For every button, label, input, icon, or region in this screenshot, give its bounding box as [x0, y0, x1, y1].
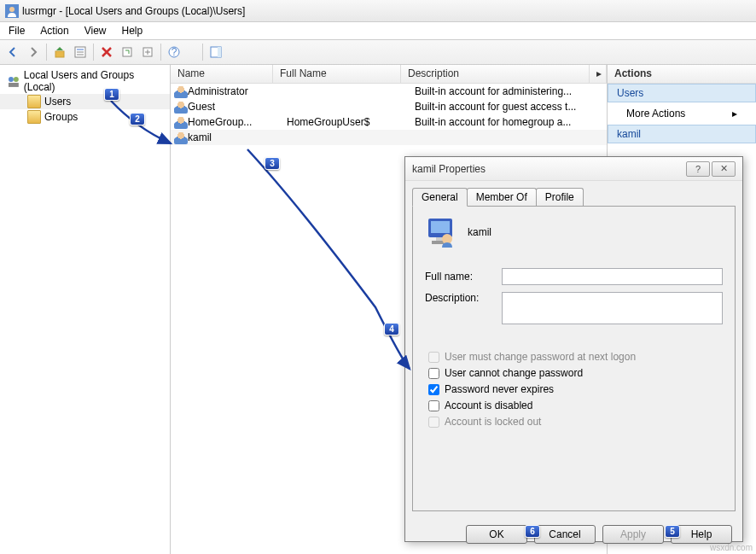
properties-button[interactable]: [71, 43, 90, 61]
cell-name: Guest: [188, 101, 287, 113]
tree-users[interactable]: Users: [0, 94, 170, 109]
svg-rect-2: [55, 51, 64, 57]
tree-root-label: Local Users and Groups (Local): [24, 69, 166, 93]
actions-more-users[interactable]: More Actions ▸: [608, 102, 756, 125]
cell-name: Administrator: [188, 85, 287, 97]
check-disabled[interactable]: Account is disabled: [428, 399, 723, 411]
check-locked: Account is locked out: [428, 416, 723, 428]
toolbar: ?: [0, 39, 756, 65]
tree-groups[interactable]: Groups: [0, 109, 170, 125]
menubar: File Action View Help: [0, 22, 756, 39]
dialog-help-icon[interactable]: ?: [686, 161, 710, 177]
tab-content-general: kamil Full name: Description: User must …: [412, 206, 736, 511]
svg-point-1: [9, 7, 15, 12]
user-icon: [174, 85, 188, 98]
col-overflow[interactable]: ▸: [590, 65, 607, 83]
cell-desc: Built-in account for guest access t...: [415, 101, 607, 113]
tab-general[interactable]: General: [412, 188, 468, 207]
description-field[interactable]: [502, 292, 723, 324]
menu-file[interactable]: File: [9, 25, 25, 37]
list-row[interactable]: AdministratorBuilt-in account for admini…: [171, 84, 607, 99]
properties-dialog: kamil Properties ? ✕ General Member Of P…: [404, 156, 743, 542]
list-row[interactable]: HomeGroup...HomeGroupUser$Built-in accou…: [171, 114, 607, 130]
back-button[interactable]: [3, 43, 22, 61]
watermark-site: wsxdn.com: [710, 543, 753, 552]
svg-text:?: ?: [172, 46, 177, 58]
svg-point-14: [14, 77, 19, 82]
description-label: Description:: [425, 292, 502, 304]
list-row[interactable]: GuestBuilt-in account for guest access t…: [171, 99, 607, 114]
group-mgr-icon: [7, 74, 20, 88]
fullname-label: Full name:: [425, 271, 502, 283]
list-header: Name Full Name Description ▸: [171, 65, 607, 84]
actions-section-kamil: kamil: [608, 125, 756, 143]
tree-root[interactable]: Local Users and Groups (Local): [0, 68, 170, 94]
col-name[interactable]: Name: [171, 65, 273, 83]
delete-button[interactable]: [97, 43, 116, 61]
dialog-button-row: OK Cancel Apply Help: [405, 518, 742, 551]
actions-section-users: Users: [608, 84, 756, 102]
user-icon: [174, 100, 188, 114]
col-description[interactable]: Description: [401, 65, 590, 83]
cell-name: kamil: [188, 131, 287, 143]
app-icon: [5, 4, 19, 18]
svg-point-13: [9, 77, 14, 82]
close-icon[interactable]: ✕: [712, 161, 736, 177]
check-must-change: User must change password at next logon: [428, 351, 723, 363]
menu-action[interactable]: Action: [40, 25, 68, 37]
help-button[interactable]: ?: [165, 43, 183, 61]
tab-strip: General Member Of Profile: [405, 181, 742, 206]
dialog-titlebar[interactable]: kamil Properties ? ✕: [405, 157, 742, 181]
svg-rect-17: [431, 221, 450, 233]
fullname-field[interactable]: [502, 268, 723, 285]
svg-rect-7: [123, 48, 131, 56]
cell-name: HomeGroup...: [188, 116, 287, 128]
svg-rect-15: [9, 83, 19, 87]
export-button[interactable]: [138, 43, 157, 61]
user-icon: [174, 131, 188, 144]
window-titlebar: lusrmgr - [Local Users and Groups (Local…: [0, 0, 756, 22]
svg-rect-12: [218, 47, 221, 57]
menu-help[interactable]: Help: [122, 25, 143, 37]
menu-view[interactable]: View: [84, 25, 107, 37]
user-icon: [425, 217, 456, 248]
folder-icon: [27, 110, 41, 124]
cancel-button[interactable]: Cancel: [534, 525, 596, 544]
folder-icon: [27, 95, 41, 108]
cell-desc: Built-in account for homegroup a...: [415, 116, 607, 128]
ok-button[interactable]: OK: [466, 525, 527, 544]
tab-profile[interactable]: Profile: [536, 188, 584, 206]
actions-header: Actions: [608, 65, 756, 84]
tree-users-label: Users: [44, 96, 71, 108]
cell-fullname: HomeGroupUser$: [287, 116, 415, 128]
user-icon: [174, 115, 188, 129]
actions-toggle-button[interactable]: [206, 43, 225, 61]
apply-button[interactable]: Apply: [602, 525, 664, 544]
check-never-expires[interactable]: Password never expires: [428, 383, 723, 395]
help-button[interactable]: Help: [671, 525, 732, 544]
list-row[interactable]: kamil: [171, 130, 607, 145]
check-cannot-change[interactable]: User cannot change password: [428, 367, 723, 379]
dialog-username: kamil: [468, 226, 491, 238]
col-fullname[interactable]: Full Name: [273, 65, 401, 83]
up-button[interactable]: [50, 43, 69, 61]
forward-button[interactable]: [24, 43, 43, 61]
tab-member-of[interactable]: Member Of: [467, 188, 537, 206]
window-title: lusrmgr - [Local Users and Groups (Local…: [22, 5, 245, 17]
refresh-button[interactable]: [118, 43, 137, 61]
tree-pane: Local Users and Groups (Local) Users Gro…: [0, 65, 171, 554]
tree-groups-label: Groups: [44, 111, 78, 123]
cell-desc: Built-in account for administering...: [415, 85, 607, 97]
dialog-title: kamil Properties: [412, 163, 686, 175]
